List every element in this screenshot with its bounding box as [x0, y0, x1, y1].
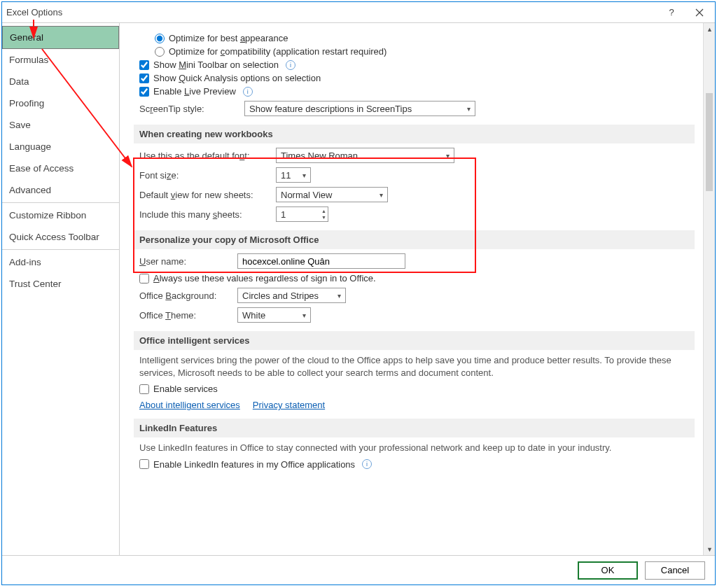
info-icon[interactable]: i	[362, 459, 372, 469]
annotation-highlight	[133, 158, 476, 273]
intelligent-services-desc: Intelligent services bring the power of …	[139, 354, 695, 379]
ok-button[interactable]: OK	[578, 561, 638, 580]
section-linkedin: LinkedIn Features	[134, 419, 695, 438]
dialog-buttons: OK Cancel	[2, 555, 715, 584]
checkbox-input[interactable]	[139, 274, 149, 284]
checkbox-input[interactable]	[139, 384, 149, 394]
help-button[interactable]: ?	[657, 3, 685, 22]
radio-input[interactable]	[155, 34, 165, 43]
nav-item-proofing[interactable]: Proofing	[2, 92, 119, 114]
divider	[2, 202, 119, 203]
nav-item-advanced[interactable]: Advanced	[2, 179, 119, 201]
titlebar: Excel Options ?	[2, 2, 715, 23]
section-new-workbooks: When creating new workbooks	[134, 125, 695, 144]
checkbox-always-use-values[interactable]: Always use these values regardless of si…	[139, 273, 695, 284]
nav-item-formulas[interactable]: Formulas	[2, 49, 119, 71]
cancel-button[interactable]: Cancel	[645, 561, 705, 580]
nav-item-language[interactable]: Language	[2, 136, 119, 158]
office-theme-dropdown[interactable]: White	[237, 307, 311, 323]
vertical-scrollbar[interactable]: ▲ ▼	[703, 23, 715, 555]
window-title: Excel Options	[6, 7, 657, 18]
screentip-style-dropdown[interactable]: Show feature descriptions in ScreenTips	[244, 101, 475, 116]
close-icon	[695, 8, 704, 17]
office-background-dropdown[interactable]: Circles and Stripes	[237, 288, 346, 303]
linkedin-desc: Use LinkedIn features in Office to stay …	[139, 442, 695, 454]
nav-item-ease-of-access[interactable]: Ease of Access	[2, 158, 119, 179]
checkbox-mini-toolbar[interactable]: Show Mini Toolbar on selection i	[139, 59, 695, 70]
close-button[interactable]	[685, 3, 713, 22]
checkbox-input[interactable]	[139, 74, 149, 83]
nav-item-general[interactable]: General	[2, 26, 119, 49]
checkbox-quick-analysis[interactable]: Show Quick Analysis options on selection	[139, 73, 695, 83]
link-privacy-statement[interactable]: Privacy statement	[253, 400, 325, 410]
section-intelligent-services: Office intelligent services	[134, 331, 695, 350]
nav-item-quick-access-toolbar[interactable]: Quick Access Toolbar	[2, 226, 119, 248]
checkbox-input[interactable]	[139, 60, 149, 70]
checkbox-input[interactable]	[139, 459, 149, 469]
info-icon[interactable]: i	[243, 87, 253, 97]
scroll-down-icon[interactable]: ▼	[704, 543, 715, 555]
link-about-intelligent-services[interactable]: About intelligent services	[139, 400, 240, 410]
nav-item-add-ins[interactable]: Add-ins	[2, 251, 119, 273]
nav-item-data[interactable]: Data	[2, 71, 119, 92]
checkbox-enable-services[interactable]: Enable services	[139, 384, 695, 394]
nav-item-customize-ribbon[interactable]: Customize Ribbon	[2, 204, 119, 226]
options-nav-sidebar: General Formulas Data Proofing Save Lang…	[2, 23, 120, 555]
checkbox-enable-linkedin[interactable]: Enable LinkedIn features in my Office ap…	[139, 459, 695, 470]
nav-item-trust-center[interactable]: Trust Center	[2, 273, 119, 295]
scroll-up-icon[interactable]: ▲	[704, 23, 715, 35]
scroll-thumb[interactable]	[706, 93, 713, 191]
excel-options-dialog: Excel Options ? General Formulas Data Pr…	[1, 1, 716, 585]
radio-compatibility[interactable]: Optimize for compatibility (application …	[155, 46, 695, 57]
options-content: Optimize for best appearance Optimize fo…	[120, 23, 703, 555]
divider	[2, 249, 119, 250]
radio-input[interactable]	[155, 47, 165, 57]
checkbox-live-preview[interactable]: Enable Live Preview i	[139, 86, 695, 97]
radio-appearance[interactable]: Optimize for best appearance	[155, 33, 695, 43]
info-icon[interactable]: i	[286, 60, 295, 70]
checkbox-input[interactable]	[139, 87, 149, 97]
nav-item-save[interactable]: Save	[2, 114, 119, 136]
